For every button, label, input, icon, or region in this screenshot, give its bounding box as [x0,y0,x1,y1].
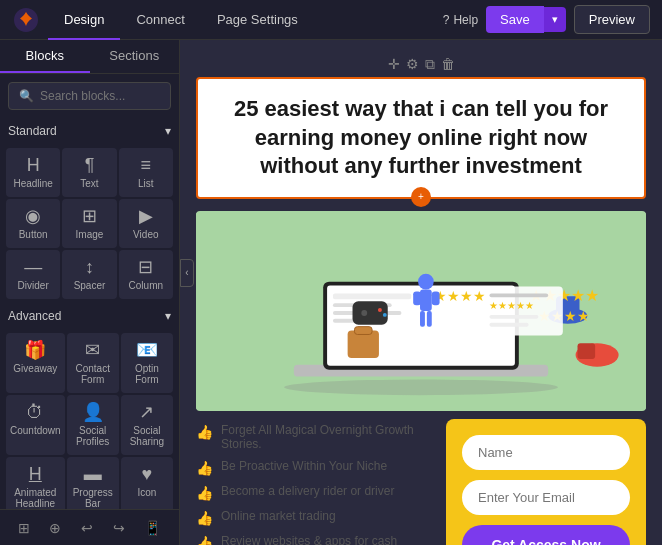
block-handle[interactable]: + [411,187,431,207]
headline-label: Headline [13,178,52,189]
svg-point-1 [284,379,558,395]
block-column[interactable]: ⊟ Column [119,250,173,299]
logo [12,6,40,34]
two-col-section: 👍 Forget All Magical Overnight Growth St… [196,419,646,545]
headline-block: 25 easiest way that i can tell you for e… [196,77,646,199]
image-label: Image [76,229,104,240]
standard-label: Standard [8,124,57,138]
svg-rect-14 [420,311,425,327]
list-label: List [138,178,154,189]
get-access-button[interactable]: Get Access Now [462,525,630,545]
animated-headline-label: Animated Headline [10,487,61,509]
email-field[interactable] [462,480,630,515]
block-text[interactable]: ¶ Text [62,148,116,197]
video-label: Video [133,229,158,240]
bullet-list: 👍 Forget All Magical Overnight Growth St… [196,419,430,545]
nav-tab-page-settings[interactable]: Page Settings [201,0,314,40]
save-dropdown-button[interactable]: ▾ [544,7,566,32]
sidebar: Blocks Sections 🔍 Standard ▾ H Headline … [0,40,180,545]
block-headline[interactable]: H Headline [6,148,60,197]
bullet-icon-4: 👍 [196,535,213,545]
undo-icon[interactable]: ↩ [81,520,93,536]
text-label: Text [80,178,98,189]
svg-point-17 [361,310,367,316]
block-contact-form[interactable]: ✉ Contact Form [67,333,119,393]
advanced-label: Advanced [8,309,61,323]
block-giveaway[interactable]: 🎁 Giveaway [6,333,65,393]
nav-tab-design[interactable]: Design [48,0,120,40]
help-icon: ? [443,13,450,27]
social-profiles-icon: 👤 [82,403,104,421]
grid-icon[interactable]: ⊞ [18,520,30,536]
divider-label: Divider [18,280,49,291]
sidebar-tabs: Blocks Sections [0,40,179,74]
image-block: ★★★★★ [196,211,646,411]
block-image[interactable]: ⊞ Image [62,199,116,248]
mobile-icon[interactable]: 📱 [144,520,161,536]
giveaway-label: Giveaway [13,363,57,374]
bullet-text-3: Online market trading [221,509,336,523]
block-spacer[interactable]: ↕ Spacer [62,250,116,299]
delete-icon[interactable]: 🗑 [441,56,455,73]
spacer-icon: ↕ [85,258,94,276]
save-button[interactable]: Save [486,6,544,33]
main-layout: Blocks Sections 🔍 Standard ▾ H Headline … [0,40,662,545]
optin-form-icon: 📧 [136,341,158,359]
countdown-label: Countdown [10,425,61,436]
svg-rect-32 [489,323,528,327]
block-video[interactable]: ▶ Video [119,199,173,248]
block-list[interactable]: ≡ List [119,148,173,197]
divider-icon: — [24,258,42,276]
spacer-label: Spacer [74,280,106,291]
button-label: Button [19,229,48,240]
contact-form-label: Contact Form [71,363,115,385]
block-toolbar: ✛ ⚙ ⧉ 🗑 [196,56,646,73]
preview-button[interactable]: Preview [574,5,650,34]
bullet-icon-1: 👍 [196,460,213,476]
list-item: 👍 Forget All Magical Overnight Growth St… [196,419,430,455]
svg-rect-21 [354,326,372,334]
video-icon: ▶ [139,207,153,225]
svg-rect-15 [427,311,432,327]
icon-label: Icon [137,487,156,498]
search-input[interactable] [40,89,160,103]
page-content: ✛ ⚙ ⧉ 🗑 25 easiest way that i can tell y… [180,40,662,545]
giveaway-icon: 🎁 [24,341,46,359]
standard-collapse-icon[interactable]: ▾ [165,124,171,138]
advanced-collapse-icon[interactable]: ▾ [165,309,171,323]
name-field[interactable] [462,435,630,470]
bullet-icon-3: 👍 [196,510,213,526]
block-icon[interactable]: ♥ Icon [121,457,173,509]
text-icon: ¶ [85,156,95,174]
sidebar-tab-blocks[interactable]: Blocks [0,40,90,73]
icon-icon: ♥ [142,465,153,483]
svg-rect-31 [489,315,538,319]
block-optin-form[interactable]: 📧 Optin Form [121,333,173,393]
move-icon[interactable]: ✛ [388,56,400,73]
block-social-sharing[interactable]: ↗ Social Sharing [121,395,173,455]
block-countdown[interactable]: ⏱ Countdown [6,395,65,455]
sidebar-tab-sections[interactable]: Sections [90,40,180,73]
progress-bar-label: Progress Bar [71,487,115,509]
advanced-blocks-grid: 🎁 Giveaway ✉ Contact Form 📧 Optin Form ⏱… [0,329,179,509]
block-social-profiles[interactable]: 👤 Social Profiles [67,395,119,455]
standard-section-header: Standard ▾ [0,118,179,144]
button-icon: ◉ [25,207,41,225]
block-animated-headline[interactable]: H Animated Headline [6,457,65,509]
duplicate-icon[interactable]: ⧉ [425,56,435,73]
bullet-text-1: Be Proactive Within Your Niche [221,459,387,473]
block-progress-bar[interactable]: ▬ Progress Bar [67,457,119,509]
sidebar-collapse-arrow[interactable]: ‹ [180,259,194,287]
svg-rect-16 [353,301,388,324]
svg-point-10 [418,274,434,290]
settings-icon[interactable]: ⚙ [406,56,419,73]
redo-icon[interactable]: ↪ [113,520,125,536]
help-button[interactable]: ? Help [443,13,478,27]
nav-tab-connect[interactable]: Connect [120,0,200,40]
block-divider[interactable]: — Divider [6,250,60,299]
svg-rect-12 [413,291,421,305]
block-button[interactable]: ◉ Button [6,199,60,248]
bullet-text-0: Forget All Magical Overnight Growth Stor… [221,423,430,451]
list-item: 👍 Review websites & apps for cash [196,530,430,545]
add-icon[interactable]: ⊕ [49,520,61,536]
